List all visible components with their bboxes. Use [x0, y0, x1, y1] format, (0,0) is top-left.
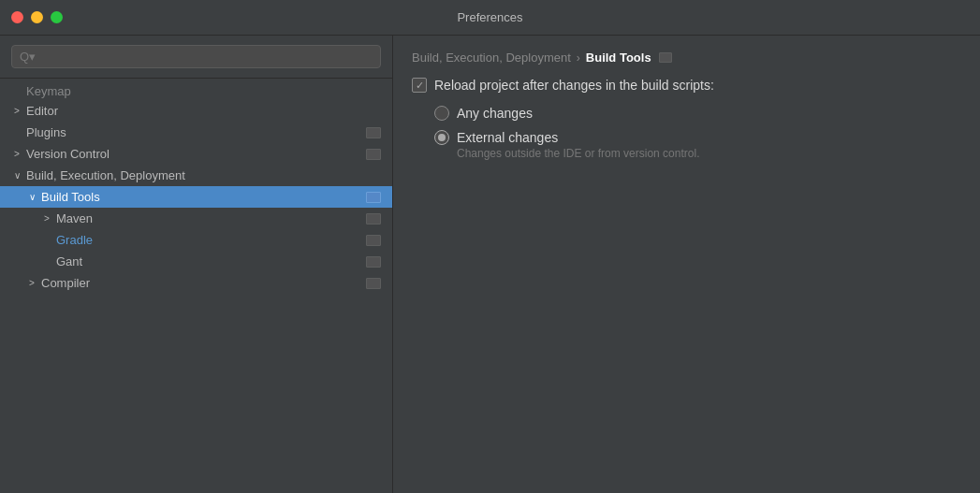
main-container: Keymap > Editor Plugins > Version Contro… [0, 36, 980, 493]
arrow-icon: ∨ [26, 192, 37, 202]
breadcrumb: Build, Execution, Deployment › Build Too… [412, 51, 961, 65]
breadcrumb-current: Build Tools [586, 51, 651, 65]
title-bar: Preferences [0, 0, 980, 36]
reload-label: Reload project after changes in the buil… [434, 78, 714, 93]
settings-icon [366, 127, 381, 138]
sidebar-item-build-tools[interactable]: ∨ Build Tools [0, 186, 392, 208]
sidebar-item-keymap[interactable]: Keymap [0, 82, 392, 100]
content-area: Build, Execution, Deployment › Build Too… [393, 36, 980, 493]
sidebar-item-plugins[interactable]: Plugins [0, 122, 392, 143]
radio-btn-external-changes[interactable] [434, 130, 449, 145]
sidebar-item-label: Compiler [41, 276, 366, 290]
settings-icon [366, 149, 381, 160]
arrow-icon: > [11, 106, 22, 116]
settings-icon [366, 213, 381, 225]
sidebar-item-label: Keymap [26, 84, 381, 98]
sidebar-item-label: Build, Execution, Deployment [26, 168, 381, 182]
sidebar: Keymap > Editor Plugins > Version Contro… [0, 36, 393, 493]
reload-option-row: Reload project after changes in the buil… [412, 78, 961, 93]
window-controls [11, 11, 63, 23]
sidebar-item-label: Maven [56, 211, 366, 225]
radio-description-external-changes: Changes outside the IDE or from version … [457, 147, 961, 160]
settings-icon [366, 278, 381, 289]
sidebar-item-label: Editor [26, 104, 381, 118]
radio-row-any-changes[interactable]: Any changes [434, 106, 961, 121]
arrow-icon: > [26, 278, 37, 288]
arrow-icon: > [41, 213, 52, 224]
sidebar-item-maven[interactable]: > Maven [0, 208, 392, 229]
maximize-button[interactable] [51, 11, 63, 23]
search-input[interactable] [11, 45, 381, 68]
window-title: Preferences [457, 10, 522, 24]
settings-icon [366, 256, 381, 268]
sidebar-item-editor[interactable]: > Editor [0, 100, 392, 122]
sidebar-item-build-execution[interactable]: ∨ Build, Execution, Deployment [0, 165, 392, 186]
settings-icon [366, 235, 381, 246]
sidebar-list: Keymap > Editor Plugins > Version Contro… [0, 79, 392, 493]
radio-option-external-changes: External changes Changes outside the IDE… [434, 130, 961, 160]
reload-checkbox[interactable] [412, 78, 427, 93]
settings-icon [366, 192, 381, 203]
sidebar-item-gradle[interactable]: Gradle [0, 229, 392, 251]
radio-label-external-changes: External changes [457, 130, 558, 145]
radio-row-external-changes[interactable]: External changes [434, 130, 961, 145]
sidebar-item-version-control[interactable]: > Version Control [0, 143, 392, 165]
sidebar-item-label: Plugins [26, 125, 366, 139]
close-button[interactable] [11, 11, 23, 23]
breadcrumb-separator: › [577, 51, 580, 65]
sidebar-item-label: Version Control [26, 147, 366, 161]
sidebar-item-label: Gradle [56, 233, 366, 247]
minimize-button[interactable] [31, 11, 43, 23]
radio-option-any-changes: Any changes [434, 106, 961, 121]
search-bar [0, 36, 392, 79]
radio-label-any-changes: Any changes [457, 106, 533, 121]
arrow-icon: > [11, 149, 22, 159]
sidebar-item-gant[interactable]: Gant [0, 251, 392, 272]
arrow-icon: ∨ [11, 170, 22, 181]
breadcrumb-parent: Build, Execution, Deployment [412, 51, 571, 65]
sidebar-item-label: Build Tools [41, 190, 366, 204]
sidebar-item-compiler[interactable]: > Compiler [0, 272, 392, 294]
breadcrumb-icon [659, 52, 672, 63]
radio-group: Any changes External changes Changes out… [434, 106, 961, 160]
radio-btn-any-changes[interactable] [434, 106, 449, 121]
sidebar-item-label: Gant [56, 254, 366, 268]
